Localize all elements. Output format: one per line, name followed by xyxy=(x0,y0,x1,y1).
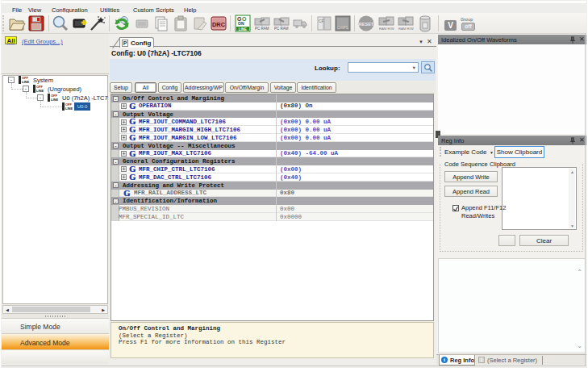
svg-text:DRC: DRC xyxy=(212,21,226,28)
svg-text:CHIPS: CHIPS xyxy=(337,26,348,30)
svg-text:PC RAM: PC RAM xyxy=(255,27,269,31)
svg-text:LINE: LINE xyxy=(239,27,247,31)
svg-text:RESET: RESET xyxy=(359,22,374,27)
svg-text:RAM R/W: RAM R/W xyxy=(398,27,414,31)
svg-text:PC RAM: PC RAM xyxy=(274,27,289,31)
svg-text:RAM R/W: RAM R/W xyxy=(379,27,394,31)
svg-text:CF: CF xyxy=(319,19,324,23)
svg-text:ON: ON xyxy=(238,21,244,26)
